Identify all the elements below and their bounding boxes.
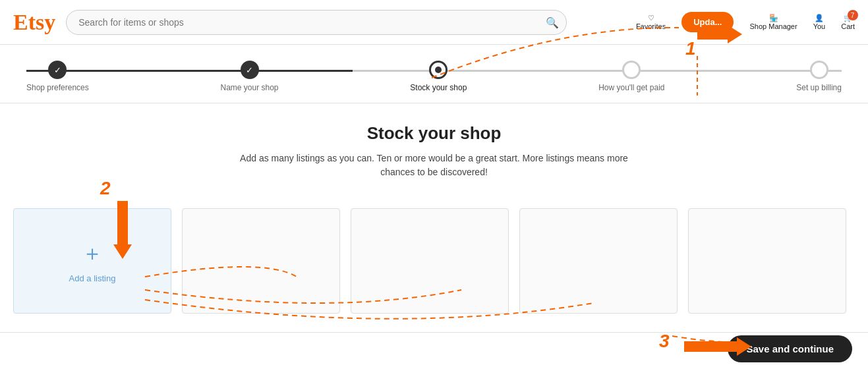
search-input[interactable] (66, 10, 567, 35)
step-label-3[interactable]: Stock your shop (410, 83, 467, 92)
progress-steps: ✓ Shop preferences ✓ Name your shop Stoc… (26, 61, 842, 92)
favorites-label: Favorites (636, 22, 666, 30)
cart-badge-count: 7 (848, 10, 858, 20)
header: Etsy 🔍 ♡ Favorites Upda... 🏪 Shop Manage… (0, 0, 868, 45)
nav-you[interactable]: 👤 You (813, 14, 826, 30)
listing-grid: ＋ Add a listing (0, 208, 868, 314)
listing-placeholder-1 (182, 208, 340, 314)
nav-shop-manager[interactable]: 🏪 Shop Manager (749, 14, 797, 30)
page-description: Add as many listings as you can. Ten or … (237, 152, 632, 179)
step-label-1[interactable]: Shop preferences (26, 83, 89, 92)
header-nav: ♡ Favorites Upda... 🏪 Shop Manager 👤 You… (636, 12, 855, 32)
nav-favorites[interactable]: ♡ Favorites (636, 14, 666, 30)
step-circle-5 (810, 61, 828, 79)
search-bar-container: 🔍 (66, 10, 567, 35)
nav-cart[interactable]: 🛒 7 Cart (841, 14, 855, 30)
plus-icon: ＋ (82, 239, 103, 268)
user-icon: 👤 (815, 14, 824, 22)
step-circle-2: ✓ (241, 61, 259, 79)
step-label-2[interactable]: Name your shop (221, 83, 279, 92)
updates-button[interactable]: Upda... (681, 12, 734, 32)
step-set-up-billing[interactable]: Set up billing (796, 61, 842, 92)
shop-icon: 🏪 (769, 14, 778, 22)
save-continue-button[interactable]: Save and continue (728, 335, 852, 362)
progress-bar: ✓ Shop preferences ✓ Name your shop Stoc… (26, 61, 842, 92)
etsy-logo[interactable]: Etsy (13, 10, 55, 35)
step-how-youll-get-paid[interactable]: How you'll get paid (598, 61, 664, 92)
heart-icon: ♡ (648, 14, 654, 22)
listing-placeholder-4 (688, 208, 846, 314)
listing-placeholder-2 (351, 208, 509, 314)
footer-bar: Save and continue (0, 332, 868, 365)
progress-section: ✓ Shop preferences ✓ Name your shop Stoc… (0, 45, 868, 103)
step-stock-your-shop[interactable]: Stock your shop (410, 61, 467, 92)
step-label-4[interactable]: How you'll get paid (598, 83, 664, 92)
add-listing-card[interactable]: ＋ Add a listing (13, 208, 171, 314)
step-name-your-shop[interactable]: ✓ Name your shop (221, 61, 279, 92)
search-button[interactable]: 🔍 (546, 16, 559, 28)
step-circle-1: ✓ (48, 61, 67, 79)
step-circle-3 (429, 61, 448, 79)
listing-placeholder-3 (519, 208, 678, 314)
step-shop-preferences[interactable]: ✓ Shop preferences (26, 61, 89, 92)
shop-manager-label: Shop Manager (749, 22, 797, 30)
step-label-5[interactable]: Set up billing (796, 83, 842, 92)
main-content: Stock your shop Add as many listings as … (0, 103, 868, 208)
add-listing-label: Add a listing (69, 273, 116, 283)
page-title: Stock your shop (26, 123, 842, 144)
step-circle-4 (622, 61, 641, 79)
cart-icon: 🛒 7 (844, 14, 853, 22)
